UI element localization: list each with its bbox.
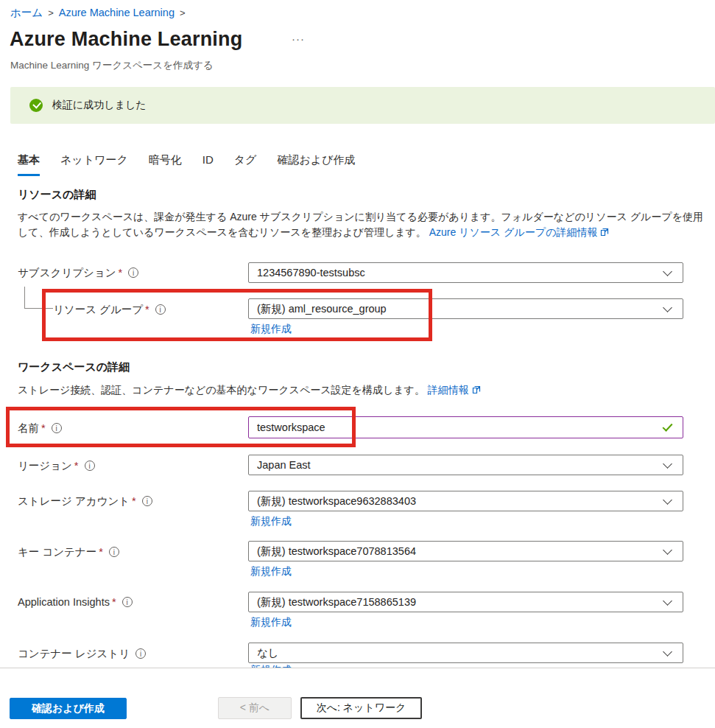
breadcrumb: ホーム>Azure Machine Learning> [10, 6, 191, 20]
page-title: Azure Machine Learning [10, 28, 242, 51]
valid-check-icon [663, 421, 673, 431]
success-check-icon [29, 99, 43, 112]
chevron-down-icon [663, 647, 672, 657]
breadcrumb-parent-link[interactable]: Azure Machine Learning [59, 7, 175, 18]
workspace-details-description: ストレージ接続、認証、コンテナーなどの基本的なワークスペース設定を構成します。 … [18, 382, 708, 399]
tab-tags[interactable]: タグ [234, 153, 257, 176]
chevron-down-icon [663, 545, 672, 555]
required-asterisk: * [41, 422, 46, 434]
tab-encryption[interactable]: 暗号化 [149, 153, 182, 176]
required-asterisk: * [112, 596, 116, 608]
banner-message: 検証に成功しました [52, 99, 147, 112]
info-icon[interactable]: i [128, 267, 138, 278]
required-asterisk: * [132, 495, 136, 507]
key-vault-label: キー コンテナー*i [18, 545, 119, 559]
workspace-details-heading: ワークスペースの詳細 [18, 360, 130, 374]
tab-review-create[interactable]: 確認および作成 [277, 153, 355, 176]
name-input[interactable]: testworkspace [248, 416, 683, 438]
breadcrumb-separator: > [180, 7, 186, 18]
container-registry-dropdown[interactable]: なし [248, 643, 683, 663]
storage-account-value: (新規) testworkspace9632883403 [257, 494, 664, 508]
workspace-info-link[interactable]: 詳細情報 [428, 384, 469, 396]
required-asterisk: * [99, 546, 103, 558]
name-value: testworkspace [257, 421, 663, 433]
application-insights-create-new-link[interactable]: 新規作成 [250, 616, 292, 629]
chevron-down-icon [663, 596, 672, 606]
resource-group-value: (新規) aml_resource_group [257, 302, 664, 316]
region-dropdown[interactable]: Japan East [248, 455, 683, 475]
container-registry-value: なし [257, 646, 664, 660]
name-label: 名前*i [18, 421, 62, 435]
info-icon[interactable]: i [109, 547, 119, 557]
required-asterisk: * [145, 304, 149, 315]
info-icon[interactable]: i [135, 648, 146, 659]
workspace-details-text: ストレージ接続、認証、コンテナーなどの基本的なワークスペース設定を構成します。 [18, 384, 425, 396]
resource-group-create-new-link[interactable]: 新規作成 [250, 323, 292, 336]
validation-success-banner: 検証に成功しました [10, 87, 715, 124]
subscription-value: 1234567890-testsubsc [257, 267, 664, 279]
external-link-icon [472, 383, 481, 399]
tab-basics[interactable]: 基本 [18, 153, 40, 176]
info-icon[interactable]: i [85, 461, 95, 471]
wizard-tabs: 基本 ネットワーク 暗号化 ID タグ 確認および作成 [18, 153, 376, 176]
external-link-icon [600, 225, 609, 241]
container-registry-label: コンテナー レジストリi [18, 647, 146, 661]
chevron-down-icon [663, 267, 672, 276]
application-insights-dropdown[interactable]: (新規) testworkspace7158865139 [248, 592, 683, 612]
indent-connector-horizontal [24, 308, 53, 309]
review-and-create-button[interactable]: 確認および作成 [10, 698, 127, 719]
chevron-down-icon [663, 303, 672, 312]
required-asterisk: * [74, 460, 79, 472]
storage-account-dropdown[interactable]: (新規) testworkspace9632883403 [248, 491, 683, 511]
key-vault-create-new-link[interactable]: 新規作成 [250, 565, 292, 578]
key-vault-value: (新規) testworkspace7078813564 [257, 545, 664, 559]
info-icon[interactable]: i [142, 496, 152, 506]
region-label: リージョン*i [18, 459, 95, 473]
breadcrumb-home-link[interactable]: ホーム [10, 7, 43, 18]
resource-details-heading: リソースの詳細 [18, 188, 96, 202]
application-insights-label: Application Insights*i [18, 596, 133, 608]
create-ml-workspace-page: ホーム>Azure Machine Learning> Azure Machin… [0, 0, 715, 728]
info-icon[interactable]: i [52, 423, 62, 433]
subscription-dropdown[interactable]: 1234567890-testsubsc [248, 262, 683, 283]
storage-account-label: ストレージ アカウント*i [18, 494, 152, 508]
breadcrumb-separator: > [48, 7, 54, 18]
storage-account-create-new-link[interactable]: 新規作成 [250, 515, 292, 528]
resource-group-dropdown[interactable]: (新規) aml_resource_group [248, 298, 683, 319]
page-subtitle: Machine Learning ワークスペースを作成する [10, 59, 214, 72]
tab-identity[interactable]: ID [202, 153, 214, 176]
info-icon[interactable]: i [122, 597, 133, 607]
resource-group-info-link[interactable]: Azure リソース グループの詳細情報 [429, 226, 598, 238]
chevron-down-icon [663, 495, 672, 505]
subscription-label: サブスクリプション*i [18, 266, 138, 280]
next-networking-button[interactable]: 次へ: ネットワーク [300, 697, 422, 719]
more-actions-icon[interactable]: ··· [292, 32, 305, 45]
key-vault-dropdown[interactable]: (新規) testworkspace7078813564 [248, 541, 683, 561]
resource-details-description: すべてのワークスペースは、課金が発生する Azure サブスクリプションに割り当… [18, 209, 708, 241]
tab-networking[interactable]: ネットワーク [60, 153, 128, 176]
previous-button[interactable]: < 前へ [218, 697, 292, 719]
required-asterisk: * [119, 267, 123, 279]
region-value: Japan East [257, 459, 664, 471]
chevron-down-icon [663, 459, 672, 469]
indent-connector-vertical [24, 287, 25, 308]
application-insights-value: (新規) testworkspace7158865139 [257, 595, 664, 609]
resource-group-label: リソース グループ*i [53, 303, 166, 317]
info-icon[interactable]: i [155, 304, 166, 315]
